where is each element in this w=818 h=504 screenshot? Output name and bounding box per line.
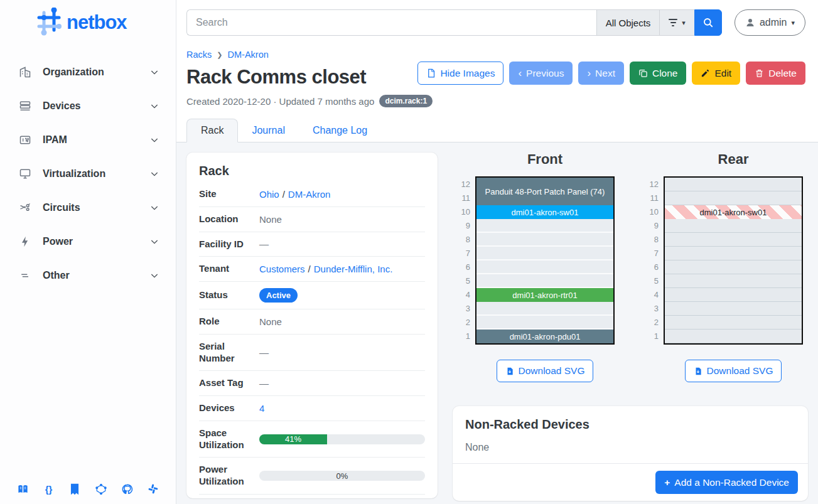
rack-slot[interactable] (665, 178, 802, 191)
rack-slot[interactable] (665, 316, 802, 330)
device-sw01-rear[interactable]: dmi01-akron-sw01 (665, 205, 802, 219)
sidebar-item-other[interactable]: Other (0, 259, 176, 292)
rack-slot[interactable] (665, 260, 802, 274)
object-scope-selector[interactable]: All Objects (596, 9, 660, 36)
non-racked-title: Non-Racked Devices (465, 417, 795, 432)
object-id-badge: dcim.rack:1 (379, 95, 433, 107)
search-submit-button[interactable] (694, 9, 722, 36)
rest-api-icon[interactable]: {} (43, 483, 55, 495)
space-utilization-bar: 41% (259, 434, 425, 444)
field-row-devices: Devices 4 (199, 396, 425, 421)
netdev-slack-icon[interactable] (147, 483, 159, 495)
netbox-logo[interactable]: netbox (0, 0, 176, 41)
delete-button[interactable]: Delete (746, 62, 805, 85)
search-input[interactable] (186, 9, 596, 36)
rear-unit-numbers: 121110987654321 (646, 176, 659, 345)
user-menu-button[interactable]: admin ▾ (735, 9, 805, 36)
rack-slot[interactable] (476, 316, 613, 330)
graphql-icon[interactable] (95, 483, 107, 495)
field-label: Status (199, 289, 259, 301)
edit-button[interactable]: Edit (692, 62, 740, 85)
device-count-link[interactable]: 4 (259, 403, 264, 414)
field-label: Asset Tag (199, 377, 259, 389)
rack-slot[interactable] (476, 302, 613, 316)
delete-label: Delete (768, 68, 797, 79)
breadcrumb-rack-link[interactable]: DM-Akron (228, 50, 269, 60)
field-row-facility-id: Facility ID — (199, 232, 425, 257)
page-header: Racks ❯ DM-Akron Rack Comms closet Creat… (176, 45, 818, 107)
add-non-racked-device-button[interactable]: + Add a Non-Racked Device (655, 471, 798, 494)
sidebar-item-power[interactable]: Power (0, 225, 176, 259)
sidebar-item-circuits[interactable]: Circuits (0, 191, 176, 225)
rack-slot[interactable] (665, 247, 802, 260)
next-button[interactable]: › Next (578, 62, 624, 85)
field-label: Location (199, 213, 259, 225)
rack-slot[interactable] (476, 219, 613, 233)
rack-slot[interactable] (476, 247, 613, 260)
field-row-tenant: Tenant Customers / Dunder-Mifflin, Inc. (199, 257, 425, 282)
sidebar-item-ipam[interactable]: IPAM (0, 123, 176, 157)
field-label: Power Utilization (199, 464, 259, 488)
device-rtr01[interactable]: dmi01-akron-rtr01 (476, 288, 613, 302)
breadcrumb-racks-link[interactable]: Racks (186, 50, 212, 60)
ipam-icon (19, 134, 31, 146)
hide-images-button[interactable]: Hide Images (417, 62, 503, 85)
chevron-down-icon (149, 67, 159, 77)
rack-slot[interactable] (476, 233, 613, 247)
tenant-link[interactable]: Dunder-Mifflin, Inc. (314, 264, 393, 274)
clone-button[interactable]: Clone (630, 62, 687, 85)
rack-details-panel: Rack Site Ohio / DM-Akron Location (186, 153, 438, 498)
tab-change-log[interactable]: Change Log (299, 119, 381, 142)
sidebar-item-organization[interactable]: Organization (0, 55, 176, 89)
clone-label: Clone (652, 68, 678, 79)
download-svg-label: Download SVG (707, 365, 773, 377)
rack-slot[interactable] (665, 302, 802, 316)
api-docs-icon[interactable] (68, 483, 81, 495)
clone-icon (638, 68, 648, 78)
tenant-group-link[interactable]: Customers (259, 264, 305, 274)
rear-download-svg-button[interactable]: Download SVG (685, 360, 782, 382)
sidebar-item-devices[interactable]: Devices (0, 89, 176, 123)
rack-slot[interactable] (665, 233, 802, 247)
rack-slot[interactable] (665, 219, 802, 233)
rack-slot[interactable] (665, 191, 802, 205)
tab-bar: Rack Journal Change Log (176, 119, 818, 142)
main-area: All Objects ▾ admin ▾ Racks ❯ DM-Akron (176, 0, 818, 504)
previous-button[interactable]: ‹ Previous (509, 62, 573, 85)
rack-slot[interactable] (665, 330, 802, 343)
rack-panel-title: Rack (199, 164, 425, 178)
front-download-svg-button[interactable]: Download SVG (497, 360, 594, 382)
rack-slot[interactable] (476, 260, 613, 274)
chevron-down-icon (149, 203, 159, 213)
tab-rack[interactable]: Rack (186, 119, 238, 142)
device-patch-panel[interactable]: Panduit 48-Port Patch Panel (74) (476, 178, 613, 205)
field-value: — (259, 378, 425, 389)
sidebar-item-label: Power (43, 236, 149, 247)
rack-elevations: Front 121110987654321 Panduit 48-Port Pa… (453, 153, 808, 382)
region-link[interactable]: Ohio (259, 189, 279, 200)
tab-journal[interactable]: Journal (238, 119, 298, 142)
github-icon[interactable] (121, 483, 133, 495)
power-utilization-bar: 0% (259, 471, 425, 481)
logo-text: netbox (67, 11, 127, 33)
field-label: Tenant (199, 263, 259, 275)
chevron-down-icon (149, 271, 159, 281)
sidebar-item-label: Circuits (43, 202, 149, 213)
device-pdu01[interactable]: dmi01-akron-pdu01 (476, 330, 613, 343)
rack-slot[interactable] (476, 274, 613, 288)
front-title: Front (458, 151, 615, 168)
object-scope-label: All Objects (606, 18, 651, 28)
docs-icon[interactable] (16, 483, 29, 495)
rear-elevation: Rear 121110987654321 dmi01-akron-sw01 (646, 153, 803, 382)
device-sw01[interactable]: dmi01-akron-sw01 (476, 205, 613, 219)
rack-slot[interactable] (665, 274, 802, 288)
field-value: None (259, 316, 425, 327)
site-link[interactable]: DM-Akron (288, 189, 331, 200)
hide-images-label: Hide Images (440, 68, 495, 79)
rack-slot[interactable] (665, 288, 802, 302)
sidebar-item-virtualization[interactable]: Virtualization (0, 157, 176, 191)
add-non-racked-device-label: Add a Non-Racked Device (674, 477, 789, 488)
field-value: — (259, 239, 425, 249)
search-filter-button[interactable]: ▾ (659, 9, 694, 36)
caret-down-icon: ▾ (791, 19, 795, 27)
